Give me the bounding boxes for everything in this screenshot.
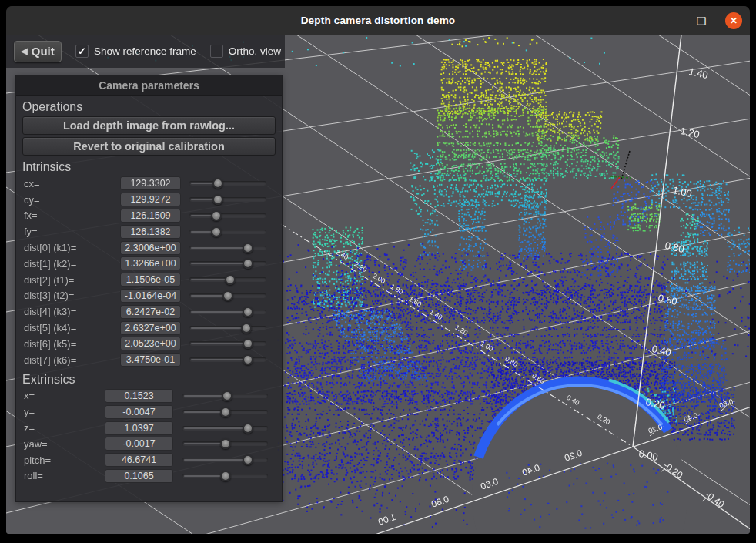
intrinsic-slider-fill-9 [191, 327, 243, 329]
intrinsic-slider-4[interactable] [189, 243, 266, 253]
intrinsic-slider-fill-1 [191, 199, 214, 200]
intrinsic-value-2[interactable]: 126.1509 [120, 209, 181, 223]
close-button[interactable]: ✕ [725, 12, 742, 29]
app-window: Depth camera distortion demo – ❑ ✕ ◀ Qui… [6, 6, 750, 534]
extrinsic-slider-fill-2 [184, 427, 244, 429]
intrinsic-label-10: dist[6] (k5)= [24, 338, 76, 350]
intrinsic-label-2: fx= [24, 209, 38, 221]
extrinsic-slider-knob-4[interactable] [243, 454, 253, 465]
intrinsic-row-4: dist[0] (k1)=2.3006e+00 [16, 240, 282, 256]
extrinsic-value-0[interactable]: 0.1523 [105, 389, 173, 403]
extrinsics-section-label: Extrinsics [22, 373, 282, 387]
intrinsic-value-8[interactable]: 6.2427e-02 [120, 305, 181, 319]
minimize-button[interactable]: – [664, 15, 677, 27]
intrinsic-label-6: dist[2] (t1)= [24, 274, 74, 286]
intrinsic-slider-knob-0[interactable] [212, 178, 223, 189]
extrinsic-slider-3[interactable] [182, 438, 268, 449]
intrinsic-slider-6[interactable] [189, 274, 266, 285]
extrinsic-slider-knob-0[interactable] [222, 390, 232, 401]
intrinsic-slider-knob-9[interactable] [241, 323, 252, 334]
intrinsic-slider-fill-4 [191, 247, 244, 249]
intrinsics-rows: cx=129.3302cy=129.9272fx=126.1509fy=126.… [16, 176, 282, 368]
quit-label: Quit [32, 45, 55, 58]
extrinsic-slider-5[interactable] [182, 471, 268, 481]
intrinsic-slider-knob-2[interactable] [211, 210, 222, 221]
intrinsic-slider-3[interactable] [189, 226, 266, 237]
extrinsic-value-1[interactable]: -0.0047 [105, 405, 173, 419]
intrinsic-row-3: fy=126.1382 [16, 223, 282, 240]
extrinsic-slider-knob-3[interactable] [220, 438, 231, 449]
intrinsic-slider-knob-3[interactable] [211, 226, 222, 237]
show-reference-frame-option: ✓ Show reference frame [75, 45, 196, 58]
intrinsic-slider-knob-11[interactable] [243, 354, 253, 365]
intrinsic-label-9: dist[5] (k4)= [24, 322, 76, 334]
maximize-button[interactable]: ❑ [694, 15, 708, 27]
intrinsic-label-11: dist[7] (k6)= [24, 354, 76, 366]
ortho-view-checkbox[interactable] [210, 45, 223, 58]
intrinsic-slider-2[interactable] [189, 210, 266, 221]
extrinsic-slider-1[interactable] [182, 407, 268, 417]
extrinsic-slider-knob-2[interactable] [243, 423, 253, 434]
show-reference-frame-checkbox[interactable]: ✓ [75, 45, 89, 58]
extrinsic-slider-0[interactable] [182, 390, 268, 401]
panel-header[interactable]: Camera parameters [16, 75, 282, 96]
quit-button[interactable]: ◀ Quit [14, 41, 62, 62]
window-controls: – ❑ ✕ [664, 6, 742, 35]
intrinsic-slider-11[interactable] [189, 354, 266, 365]
intrinsic-slider-knob-1[interactable] [212, 194, 223, 205]
intrinsic-value-1[interactable]: 129.9272 [120, 193, 181, 206]
extrinsic-slider-4[interactable] [182, 454, 268, 465]
intrinsic-label-1: cy= [24, 194, 40, 206]
intrinsic-row-11: dist[7] (k6)=3.4750e-01 [16, 352, 282, 368]
revert-calibration-button[interactable]: Revert to original calibration [22, 137, 276, 156]
intrinsic-slider-8[interactable] [189, 307, 266, 317]
extrinsic-value-2[interactable]: 1.0397 [105, 421, 173, 435]
intrinsic-value-6[interactable]: 1.1506e-05 [120, 273, 181, 287]
intrinsic-slider-0[interactable] [189, 178, 266, 189]
intrinsic-label-3: fy= [24, 226, 38, 237]
intrinsic-slider-10[interactable] [189, 338, 266, 349]
intrinsic-value-5[interactable]: 1.3266e+00 [120, 256, 181, 270]
intrinsic-value-4[interactable]: 2.3006e+00 [120, 241, 181, 255]
intrinsic-slider-7[interactable] [189, 290, 266, 301]
intrinsic-row-5: dist[1] (k2)=1.3266e+00 [16, 256, 282, 272]
extrinsic-row-2: z=1.0397 [16, 420, 282, 436]
extrinsic-value-4[interactable]: 46.6741 [105, 453, 173, 467]
extrinsic-slider-fill-0 [184, 395, 223, 397]
window-title: Depth camera distortion demo [301, 15, 456, 26]
intrinsic-slider-fill-11 [191, 359, 244, 360]
extrinsic-value-5[interactable]: 0.1065 [105, 469, 173, 483]
intrinsic-slider-knob-10[interactable] [243, 338, 253, 349]
extrinsic-value-3[interactable]: -0.0017 [105, 437, 173, 451]
intrinsic-slider-knob-4[interactable] [243, 243, 253, 253]
intrinsic-value-9[interactable]: 2.6327e+00 [120, 321, 181, 335]
intrinsic-value-7[interactable]: -1.0164e-04 [120, 289, 181, 303]
extrinsic-label-4: pitch= [24, 454, 51, 466]
extrinsic-row-4: pitch=46.6741 [16, 452, 282, 468]
operations-section-label: Operations [22, 100, 282, 114]
intrinsic-row-8: dist[4] (k3)=6.2427e-02 [16, 303, 282, 320]
extrinsic-row-1: y=-0.0047 [16, 404, 282, 420]
intrinsic-value-3[interactable]: 126.1382 [120, 225, 181, 239]
intrinsic-slider-5[interactable] [189, 258, 266, 269]
extrinsic-slider-fill-4 [184, 459, 244, 461]
extrinsic-slider-2[interactable] [182, 423, 268, 434]
intrinsic-slider-fill-8 [191, 311, 244, 313]
intrinsic-label-0: cx= [24, 178, 40, 189]
extrinsic-slider-knob-5[interactable] [220, 471, 231, 481]
intrinsic-value-11[interactable]: 3.4750e-01 [120, 353, 181, 367]
intrinsic-row-9: dist[5] (k4)=2.6327e+00 [16, 320, 282, 336]
intrinsic-slider-knob-7[interactable] [222, 290, 233, 301]
back-arrow-icon: ◀ [21, 46, 27, 56]
intrinsic-slider-knob-8[interactable] [243, 307, 253, 317]
intrinsic-slider-knob-5[interactable] [243, 258, 253, 269]
extrinsic-slider-knob-1[interactable] [220, 407, 231, 417]
intrinsic-row-2: fx=126.1509 [16, 208, 282, 224]
intrinsic-value-0[interactable]: 129.3302 [120, 176, 181, 190]
intrinsic-value-10[interactable]: 2.0523e+00 [120, 337, 181, 350]
title-bar[interactable]: Depth camera distortion demo – ❑ ✕ [6, 6, 750, 35]
intrinsic-slider-knob-6[interactable] [225, 274, 236, 285]
load-depth-image-button[interactable]: Load depth image from rawlog... [22, 116, 276, 135]
intrinsic-slider-9[interactable] [189, 323, 266, 334]
intrinsic-slider-1[interactable] [189, 194, 266, 205]
